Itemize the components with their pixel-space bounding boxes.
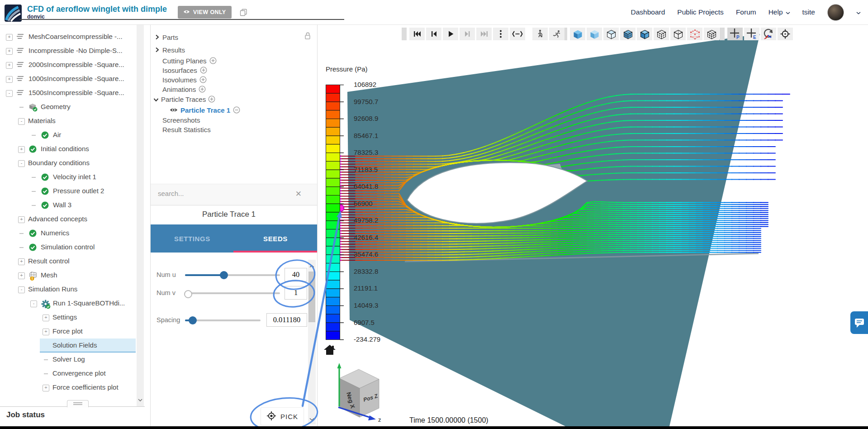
expander-icon[interactable]: - (18, 118, 25, 125)
probe-element-button[interactable]: E (744, 28, 759, 40)
cube-wireframe-mesh-button[interactable] (654, 28, 669, 40)
slider-thumb[interactable] (184, 290, 192, 298)
sidebar-item-initial-conditions[interactable]: +Initial conditions (0, 142, 136, 156)
sidebar-item-geometry[interactable]: Geometry (0, 100, 136, 114)
copy-project-icon[interactable] (240, 9, 247, 16)
add-icon[interactable] (199, 76, 207, 85)
sidebar-item-1500sincompressible-square[interactable]: -1500sIncompressible -Square... (0, 86, 136, 100)
sidebar-item-settings[interactable]: +Settings (0, 310, 136, 324)
sidebar-item-force-coefficients-plot[interactable]: +Force coefficients plot (0, 381, 136, 395)
step-backward-button[interactable] (426, 28, 441, 40)
probe-point-button[interactable]: P (727, 28, 743, 40)
sidebar-item-meshcoarseincompressible[interactable]: +MeshCoarseIncompressible -... (0, 30, 136, 44)
sidebar-item-convergence-plot[interactable]: Convergence plot (0, 367, 136, 381)
tab-seeds[interactable]: SEEDS (234, 224, 317, 253)
post-item-particle-trace-1[interactable]: Particle Trace 1 (151, 105, 306, 115)
chevron-right-icon[interactable] (155, 46, 159, 54)
slider-value-input[interactable]: 0.011180 (266, 313, 307, 327)
search-input[interactable] (157, 189, 290, 198)
scrollbar-thumb[interactable] (308, 272, 315, 322)
expander-icon[interactable]: + (43, 315, 49, 321)
slider-thumb[interactable] (220, 271, 228, 279)
sidebar-item-pressure-outlet-2[interactable]: Pressure outlet 2 (0, 184, 136, 198)
slider-track[interactable] (185, 292, 280, 294)
sidebar-item-solver-log[interactable]: Solver Log (0, 353, 136, 367)
slider-track[interactable] (185, 319, 261, 321)
avatar[interactable] (827, 4, 844, 21)
sidebar-item-simulation-runs[interactable]: -Simulation Runs (0, 282, 136, 296)
home-view-icon[interactable] (324, 345, 336, 357)
expander-icon[interactable]: + (43, 385, 49, 391)
cube-transparent-button[interactable] (603, 28, 619, 40)
post-item-results[interactable]: Results (151, 43, 306, 56)
step-forward-button[interactable] (460, 28, 475, 40)
post-item-isosurfaces[interactable]: Isosurfaces (151, 66, 306, 75)
expander-icon[interactable]: + (43, 329, 49, 335)
nav-item-tsite[interactable]: tsite (802, 8, 815, 16)
cube-shaded-button[interactable] (570, 28, 585, 40)
cube-solid-button[interactable] (637, 28, 652, 40)
play-button[interactable] (443, 28, 458, 40)
sidebar-item-solution-fields[interactable]: Solution Fields (0, 338, 136, 353)
add-icon[interactable] (199, 86, 206, 94)
sidebar-item-advanced-concepts[interactable]: +Advanced concepts (0, 212, 136, 226)
account-menu-chevron-icon[interactable] (856, 8, 861, 16)
chevron-down-icon[interactable] (138, 396, 142, 404)
viewport-3d-scene[interactable] (318, 24, 868, 426)
sidebar-item-2000sincompressible-square[interactable]: +2000sIncompressible -Square... (0, 58, 136, 72)
cube-points-button[interactable] (687, 28, 702, 40)
sidebar-item-result-control[interactable]: +Result control (0, 254, 136, 268)
walk-mode-button[interactable] (532, 28, 548, 40)
expander-icon[interactable]: + (6, 34, 13, 41)
orientation-cube[interactable]: Neg XPos Zz (330, 359, 398, 426)
add-icon[interactable] (200, 67, 207, 75)
slider-track[interactable] (185, 274, 280, 276)
post-item-screenshots[interactable]: Screenshots (151, 115, 306, 125)
expander-icon[interactable]: + (18, 258, 25, 265)
add-icon[interactable] (208, 95, 215, 104)
sidebar-item-1000sincompressible-square[interactable]: +1000sIncompressible -Square... (0, 72, 136, 86)
chevron-down-icon[interactable] (153, 95, 159, 103)
expander-icon[interactable]: + (18, 272, 25, 279)
sidebar-item-air[interactable]: Air (0, 128, 136, 142)
sidebar-item-materials[interactable]: -Materials (0, 114, 136, 128)
lock-open-icon[interactable] (304, 32, 312, 42)
clear-search-icon[interactable]: ✕ (295, 189, 302, 199)
skip-to-start-button[interactable] (409, 28, 425, 40)
nav-item-dashboard[interactable]: Dashboard (631, 8, 665, 16)
sidebar-item-simulation-control[interactable]: Simulation control (0, 240, 136, 254)
more-options-button[interactable] (493, 28, 508, 40)
chat-button[interactable] (850, 311, 868, 334)
expander-icon[interactable]: + (18, 216, 25, 223)
cube-grid-button[interactable] (704, 28, 719, 40)
nav-item-help[interactable]: Help (768, 8, 790, 16)
post-item-parts[interactable]: Parts (151, 31, 306, 43)
skip-to-end-button[interactable] (476, 28, 492, 40)
sidebar-item-incompressible-no-dimple-s[interactable]: +Incompressible -No Dimple-S... (0, 44, 136, 58)
post-item-isovolumes[interactable]: Isovolumes (151, 75, 306, 85)
tab-settings[interactable]: SETTINGS (151, 224, 234, 253)
visibility-eye-icon[interactable] (170, 106, 178, 114)
remove-icon[interactable] (233, 106, 240, 115)
panel-scrollbar[interactable] (308, 260, 316, 424)
rotate-view-button[interactable] (761, 28, 776, 40)
add-icon[interactable] (209, 57, 217, 66)
sidebar-item-velocity-inlet-1[interactable]: Velocity inlet 1 (0, 170, 136, 184)
post-item-animations[interactable]: Animations (151, 85, 306, 94)
cube-surface-mesh-button[interactable] (620, 28, 636, 40)
expander-icon[interactable]: - (30, 300, 37, 307)
pick-button[interactable]: PICK (261, 407, 304, 425)
sidebar-item-force-plot[interactable]: +Force plot (0, 324, 136, 338)
cube-shaded-light-button[interactable] (587, 28, 602, 40)
center-view-button[interactable] (778, 28, 793, 40)
expander-icon[interactable]: - (18, 286, 25, 293)
expander-icon[interactable]: + (6, 76, 13, 83)
sidebar-item-mesh[interactable]: +Mesh (0, 268, 136, 282)
sidebar-item-wall-3[interactable]: Wall 3 (0, 198, 136, 212)
slider-value-input[interactable]: 1 (285, 286, 307, 300)
sidebar-scrollbar[interactable] (137, 24, 144, 406)
sidebar-item-boundary-conditions[interactable]: -Boundary conditions (0, 156, 136, 170)
scroll-up-icon[interactable] (309, 262, 314, 270)
expander-icon[interactable]: + (6, 62, 13, 69)
sidebar-item-numerics[interactable]: Numerics (0, 226, 136, 240)
